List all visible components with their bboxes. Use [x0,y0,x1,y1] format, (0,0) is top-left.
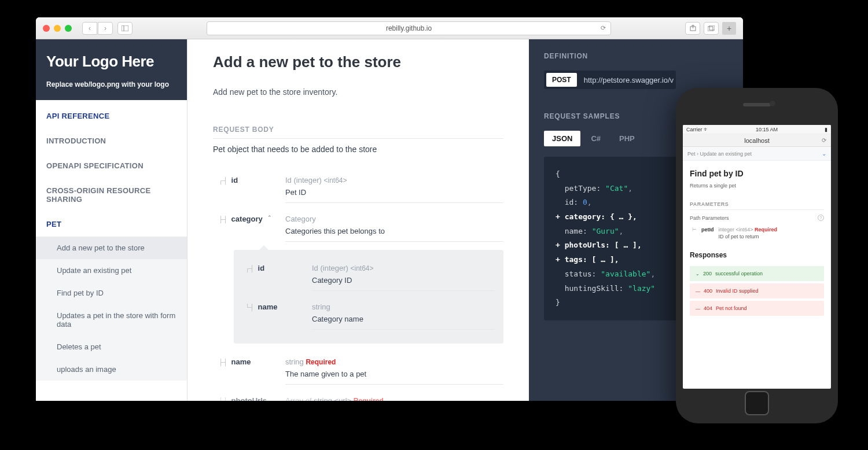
address-bar[interactable]: localhost ⟳ [683,134,831,147]
sidebar: Your Logo Here Replace web/logo.png with… [36,39,187,401]
tree-icon: └┤ [245,304,255,311]
response-400[interactable]: —400Invalid ID supplied [690,283,824,298]
nav-sub-update-form[interactable]: Updates a pet in the store with form dat… [36,304,187,335]
phone-params-label: PARAMETERS [690,201,824,210]
back-button[interactable]: ‹ [82,22,97,35]
phone-title: Find pet by ID [690,169,824,178]
nav-sub-upload-image[interactable]: uploads an image [36,358,187,381]
params-list: ┌┤id Id (integer) <int64> Pet ID ├┤categ… [219,170,503,401]
param-category-name: └┤name string Category name [245,297,494,335]
nav-item-introduction[interactable]: INTRODUCTION [36,128,187,153]
main-content: Add a new pet to the store Add new pet t… [187,39,529,401]
status-time: 10:15 AM [756,127,778,132]
nav-item-cors[interactable]: CROSS-ORIGIN RESOURCE SHARING [36,178,187,212]
endpoint-url: http://petstore.swagger.io/v [584,76,674,84]
logo-text: Your Logo Here [46,53,176,70]
phone-param-petid: ⊢ petId integer <int64> Required ID of p… [690,227,824,239]
browser-window: ‹ › rebilly.github.io ⟳ + Your Logo Here… [36,17,743,401]
svg-rect-3 [708,27,713,31]
nav-subitems: Add a new pet to the store Update an exi… [36,237,187,381]
nav-header[interactable]: API REFERENCE [36,104,187,128]
share-icon[interactable] [685,22,700,35]
tree-icon: ├┤ [219,397,228,401]
wifi-icon: ᯤ [704,127,709,132]
tree-icon: ├┤ [219,216,228,223]
sidebar-toggle-icon[interactable] [117,22,133,35]
chevron-down-icon: ⌄ [822,150,826,157]
nav-item-openapi[interactable]: OPENAPI SPECIFICATION [36,153,187,178]
battery-icon: ▮ [825,127,827,132]
nav-sub-find-pet[interactable]: Find pet by ID [36,282,187,304]
param-photourls: ├┤photoUrls Array of string <url> Requir… [219,390,503,401]
chevron-up-icon: ⌃ [267,215,272,220]
help-icon[interactable]: ? [818,215,824,221]
home-button[interactable] [745,391,769,415]
app-body: Your Logo Here Replace web/logo.png with… [36,39,743,401]
logo-subtitle: Replace web/logo.png with your logo [46,80,176,88]
response-404[interactable]: —404Pet not found [690,301,824,316]
param-name: ├┤name string Required The name given to… [219,352,503,390]
definition-row: POST http://petstore.swagger.io/v [544,71,676,89]
phone-screen: Carrier ᯤ 10:15 AM ▮ localhost ⟳ Pet › U… [683,125,831,389]
new-tab-button[interactable]: + [722,22,736,35]
phone-subsection: Path Parameters ? [690,215,824,221]
chevron-down-icon: ⌄ [696,271,700,276]
method-badge: POST [546,73,577,87]
responses-label: Responses [690,251,824,259]
tree-icon: ├┤ [219,359,228,366]
close-icon[interactable] [43,25,50,32]
status-bar: Carrier ᯤ 10:15 AM ▮ [683,125,831,134]
toolbar-right: + [685,22,736,35]
tabs-icon[interactable] [704,22,719,35]
breadcrumb[interactable]: Pet › Update an existing pet ⌄ [683,147,831,161]
minimize-icon[interactable] [54,25,61,32]
logo-area: Your Logo Here Replace web/logo.png with… [36,39,187,100]
tab-json[interactable]: JSON [544,131,580,146]
nav-sub-add-pet[interactable]: Add a new pet to the store [36,237,187,259]
reload-icon[interactable]: ⟳ [601,24,606,32]
svg-rect-4 [709,25,715,30]
svg-rect-0 [122,25,128,31]
traffic-lights [43,25,72,32]
page-title: Add a new pet to the store [213,53,503,71]
tab-csharp[interactable]: C# [583,131,609,146]
phone-content: Find pet by ID Returns a single pet PARA… [683,161,831,326]
maximize-icon[interactable] [65,25,72,32]
param-category[interactable]: ├┤category⌃ Category Categories this pet… [219,209,503,248]
request-body-label: REQUEST BODY [213,126,503,139]
browser-chrome: ‹ › rebilly.github.io ⟳ + [36,17,743,39]
tab-php[interactable]: PHP [611,131,643,146]
param-id: ┌┤id Id (integer) <int64> Pet ID [219,170,503,209]
nav-section-pet[interactable]: PET [36,212,187,237]
nav-sub-update-pet[interactable]: Update an existing pet [36,259,187,282]
page-desc: Add new pet to the store inventory. [213,87,503,97]
reload-icon[interactable]: ⟳ [822,137,826,143]
nested-category: ┌┤id Id (integer) <int64> Category ID └┤… [234,250,503,344]
url-bar[interactable]: rebilly.github.io ⟳ [207,21,611,35]
forward-button[interactable]: › [98,22,113,35]
url-text: rebilly.github.io [386,24,432,32]
nav-buttons: ‹ › [82,22,113,35]
nav-sub-delete-pet[interactable]: Deletes a pet [36,335,187,358]
phone-desc: Returns a single pet [690,183,824,189]
body-desc: Pet object that needs to be added to the… [213,145,503,154]
param-category-id: ┌┤id Id (integer) <int64> Category ID [245,258,494,297]
dash-icon: — [696,289,700,294]
tree-icon: ┌┤ [245,265,255,272]
phone-mockup: Carrier ᯤ 10:15 AM ▮ localhost ⟳ Pet › U… [676,88,838,423]
definition-label: DEFINITION [544,52,728,60]
dash-icon: — [696,306,700,311]
nav: API REFERENCE INTRODUCTION OPENAPI SPECI… [36,100,187,381]
response-200[interactable]: ⌄200successful operation [690,266,824,281]
tree-icon: ┌┤ [219,177,228,184]
